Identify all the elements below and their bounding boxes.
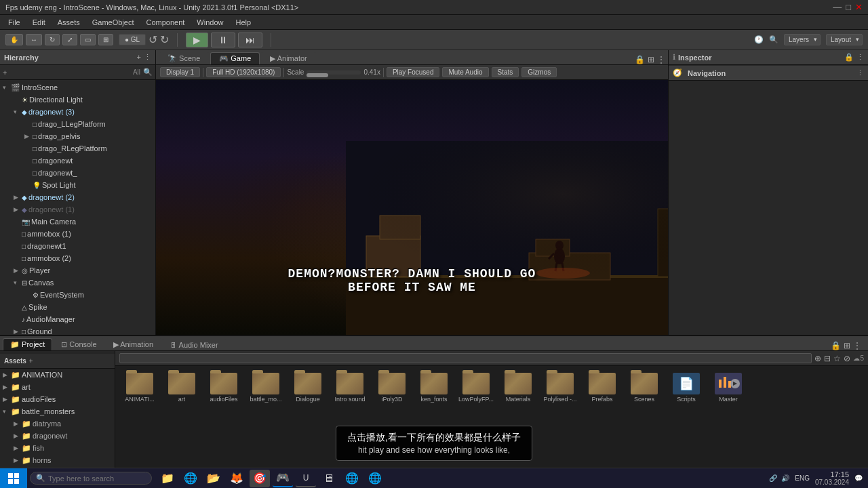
inspector-menu-icon[interactable]: ⋮ (856, 53, 864, 62)
app-crosshair[interactable]: 🎯 (250, 470, 270, 487)
tree-item-drago-lleg[interactable]: □ drago_LLegPlatform (0, 118, 155, 130)
mute-audio-btn[interactable]: Mute Audio (442, 67, 488, 77)
game-tab[interactable]: 🎮 Game (210, 52, 260, 64)
tree-item-canvas[interactable]: ▾ ⊟ Canvas (0, 277, 155, 289)
app-explorer2[interactable]: 📂 (203, 470, 224, 487)
tree-item-drago-rleg[interactable]: □ drago_RLegPlatform (0, 142, 155, 155)
lock-icon[interactable]: 🔒 (635, 55, 645, 64)
menu-bottom-icon[interactable]: ⋮ (853, 341, 861, 350)
history-icon[interactable]: 🕐 (754, 35, 764, 44)
tree-item-ground[interactable]: ▶ □ Ground (0, 325, 155, 335)
play-button[interactable]: ▶ (186, 33, 208, 47)
scene-tab[interactable]: 🔭 Scene (159, 52, 209, 64)
tree-item-drago-pelvis[interactable]: ▶ □ drago_pelvis (0, 130, 155, 142)
taskbar-clock[interactable]: 17:15 07.03.2024 (815, 470, 849, 486)
tree-item-dragonewt1[interactable]: ▶ ◆ dragonewt (1) (0, 203, 155, 216)
asset-animation[interactable]: ANIMATI... (119, 370, 160, 405)
animator-tab[interactable]: ▶ Animator (261, 52, 315, 64)
proj-item-fish[interactable]: ▶ 📁 fish (0, 442, 115, 454)
layout-dropdown[interactable]: Layout (826, 34, 863, 45)
tree-item-player[interactable]: ▶ ◎ Player (0, 264, 155, 277)
display-dropdown[interactable]: Display 1 (160, 67, 200, 77)
taskbar-search-input[interactable] (48, 474, 143, 483)
network-icon[interactable]: 🔗 (769, 474, 777, 482)
asset-polylised[interactable]: Polylised -... (540, 370, 580, 405)
proj-item-art[interactable]: ▶ 📁 art (0, 381, 115, 393)
project-tab[interactable]: 📁 Project (3, 338, 52, 350)
tree-item-dragonewt1b[interactable]: □ dragonewt1 (0, 240, 155, 252)
menu-item-edit[interactable]: Edit (27, 17, 51, 28)
proj-item-horns[interactable]: ▶ 📁 horns (0, 454, 115, 466)
tree-item-dragonewt2[interactable]: ▶ ◆ dragonewt (2) (0, 191, 155, 203)
taskbar-search[interactable]: 🔍 (30, 472, 152, 485)
tree-item-dragonewt3[interactable]: ▾ ◆ dragonewt (3) (0, 106, 155, 118)
windows-start-button[interactable] (0, 468, 27, 489)
asset-scenes[interactable]: Scenes (624, 370, 665, 405)
asset-battle-monsters[interactable]: battle_mo... (245, 370, 286, 405)
layers-dropdown[interactable]: Layers (784, 34, 821, 45)
app-apowersoft[interactable]: 🖥 (319, 470, 339, 487)
hand-tool[interactable]: ✋ (5, 34, 23, 45)
speaker-icon[interactable]: 🔊 (781, 474, 789, 482)
app-unity2[interactable]: U (296, 470, 316, 487)
audio-mixer-tab[interactable]: 🎚 Audio Mixer (162, 339, 226, 350)
tree-item-spotlight[interactable]: 💡 Spot Light (0, 179, 155, 191)
app-chrome[interactable]: 🌐 (180, 470, 201, 487)
menu-item-gameobject[interactable]: GameObject (87, 17, 140, 28)
menu-item-assets[interactable]: Assets (52, 17, 85, 28)
asset-ken-fonts[interactable]: ken_fonts (414, 370, 454, 405)
menu-item-window[interactable]: Window (191, 17, 229, 28)
nav-menu-icon[interactable]: ⋮ (856, 68, 864, 77)
console-tab[interactable]: ⊡ Console (54, 338, 104, 350)
proj-item-diatryma[interactable]: ▶ 📁 diatryma (0, 418, 115, 430)
redo-icon[interactable]: ↻ (160, 33, 169, 46)
app-file-explorer[interactable]: 📁 (157, 470, 178, 487)
tree-item-dragonewt[interactable]: □ dragonewt (0, 155, 155, 167)
assets-view-icon[interactable]: ⊟ (824, 354, 831, 363)
tree-item-eventsystem[interactable]: ⚙ EventSystem (0, 289, 155, 301)
pause-button[interactable]: ⏸ (211, 33, 235, 47)
asset-intro-sound[interactable]: Intro sound (330, 370, 370, 405)
menu-item-component[interactable]: Component (140, 17, 190, 28)
tree-item-main-camera[interactable]: 📷 Main Camera (0, 216, 155, 228)
assets-star-icon[interactable]: ☆ (833, 354, 841, 363)
lock-bottom-icon[interactable]: 🔒 (831, 341, 841, 350)
tree-item-dragonewt-[interactable]: □ dragonewt_ (0, 167, 155, 179)
maximize-tab-icon[interactable]: ⊞ (648, 55, 654, 64)
asset-materials[interactable]: Materials (498, 370, 538, 405)
app-firefox[interactable]: 🦊 (226, 470, 247, 487)
tree-item-ammobox2[interactable]: □ ammobox (2) (0, 252, 155, 264)
proj-item-dragonewt[interactable]: ▶ 📁 dragonewt (0, 430, 115, 442)
asset-prefabs[interactable]: Prefabs (582, 370, 623, 405)
animation-tab[interactable]: ▶ Animation (106, 338, 161, 350)
assets-filter-icon[interactable]: ⊘ (844, 354, 850, 363)
play-focused-btn[interactable]: Play Focused (387, 67, 440, 77)
gl-button[interactable]: ● GL (119, 34, 146, 45)
hierarchy-add-icon[interactable]: + (137, 53, 141, 62)
tree-item-spike[interactable]: △ Spike (0, 301, 155, 313)
proj-item-animation[interactable]: ▶ 📁 ANIMATION (0, 369, 115, 381)
assets-create-icon[interactable]: ⊕ (814, 354, 821, 363)
asset-dialogue[interactable]: Dialogue (288, 370, 328, 405)
undo-icon[interactable]: ↺ (149, 33, 157, 46)
hierarchy-search-icon[interactable]: 🔍 (143, 68, 153, 77)
asset-ipoly3d[interactable]: iPoly3D (372, 370, 412, 405)
asset-art[interactable]: art (161, 370, 202, 405)
maximize-button[interactable]: □ (846, 2, 851, 12)
search-icon[interactable]: 🔍 (769, 35, 778, 44)
tree-item-introscene[interactable]: ▾ 🎬 IntroScene (0, 81, 155, 94)
rotate-tool[interactable]: ↻ (45, 34, 60, 45)
app-chrome3[interactable]: 🌐 (365, 470, 385, 487)
move-tool[interactable]: ↔ (26, 34, 42, 45)
notification-icon[interactable]: 💬 (854, 474, 863, 482)
minimize-button[interactable]: — (833, 2, 842, 12)
assets-search-input[interactable] (119, 353, 812, 363)
sidebar-add-icon[interactable]: + (29, 357, 33, 365)
tab-menu-icon[interactable]: ⋮ (657, 55, 665, 64)
hierarchy-add-btn[interactable]: + (3, 68, 7, 77)
tree-item-ammobox1[interactable]: □ ammobox (1) (0, 228, 155, 240)
step-button[interactable]: ⏭ (238, 33, 262, 47)
rect-tool[interactable]: ▭ (80, 34, 96, 45)
asset-lowpolyfp[interactable]: LowPolyFP... (456, 370, 496, 405)
scale-slider[interactable] (307, 70, 361, 75)
